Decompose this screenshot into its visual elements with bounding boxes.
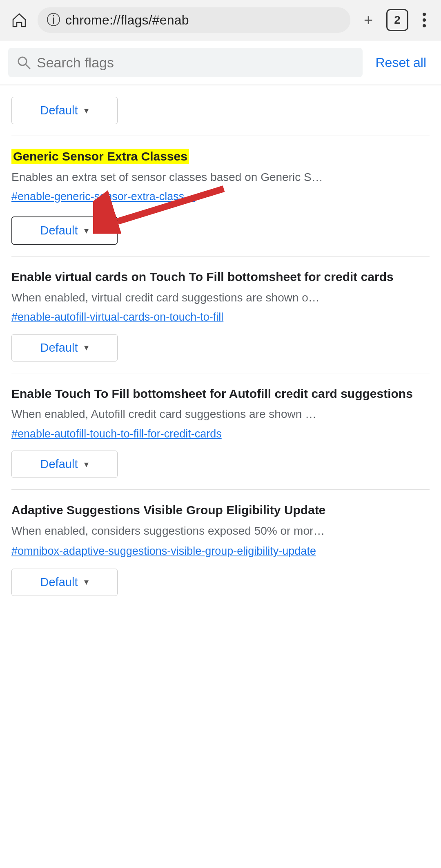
chevron-down-icon: ▾ xyxy=(84,225,89,236)
svg-line-1 xyxy=(26,65,30,69)
dropdown-default-button-adaptive[interactable]: Default ▾ xyxy=(11,569,118,596)
search-input[interactable] xyxy=(37,55,354,71)
more-menu-button[interactable] xyxy=(416,9,433,31)
address-bar[interactable]: ⓘ chrome://flags/#enab xyxy=(38,7,350,33)
browser-bar: ⓘ chrome://flags/#enab + 2 xyxy=(0,0,441,40)
flag-link[interactable]: #enable-autofill-touch-to-fill-for-credi… xyxy=(11,426,222,442)
dropdown-default-button[interactable]: Default ▾ xyxy=(11,97,118,124)
search-icon xyxy=(16,55,31,70)
search-input-wrap xyxy=(8,48,363,77)
chevron-down-icon: ▾ xyxy=(84,105,89,116)
reset-all-button[interactable]: Reset all xyxy=(369,51,433,74)
flag-title: Adaptive Suggestions Visible Group Eligi… xyxy=(11,502,430,519)
search-bar: Reset all xyxy=(0,40,441,85)
flag-description: Enables an extra set of sensor classes b… xyxy=(11,169,430,185)
flags-list: Default ▾ Generic Sensor Extra Classes E… xyxy=(0,85,441,607)
dropdown-default-button-virtual-cards[interactable]: Default ▾ xyxy=(11,334,118,361)
tab-switcher-button[interactable]: 2 xyxy=(386,9,408,31)
flag-item-touch-fill: Enable Touch To Fill bottomsheet for Aut… xyxy=(11,373,430,490)
flag-item-adaptive-suggestions: Adaptive Suggestions Visible Group Eligi… xyxy=(11,490,430,607)
dropdown-default-button-touch-fill[interactable]: Default ▾ xyxy=(11,451,118,478)
chevron-down-icon: ▾ xyxy=(84,459,89,470)
flag-title: Enable Touch To Fill bottomsheet for Aut… xyxy=(11,386,430,402)
dropdown-default-button-generic-sensor[interactable]: Default ▾ xyxy=(11,216,118,245)
flag-item: Default ▾ xyxy=(11,85,430,136)
flag-description: When enabled, Autofill credit card sugge… xyxy=(11,406,430,422)
chevron-down-icon: ▾ xyxy=(84,577,89,587)
chevron-down-icon: ▾ xyxy=(84,342,89,353)
info-icon: ⓘ xyxy=(47,11,60,29)
flag-description: When enabled, considers suggestions expo… xyxy=(11,523,430,539)
flag-link[interactable]: #enable-autofill-virtual-cards-on-touch-… xyxy=(11,310,223,325)
flag-item-generic-sensor: Generic Sensor Extra Classes Enables an … xyxy=(11,136,430,257)
url-text: chrome://flags/#enab xyxy=(65,13,189,28)
home-button[interactable] xyxy=(8,9,30,31)
flag-description: When enabled, virtual credit card sugges… xyxy=(11,290,430,306)
flag-link[interactable]: #enable-generic-sensor-extra-class… xyxy=(11,189,195,205)
flag-title: Generic Sensor Extra Classes xyxy=(11,148,430,165)
new-tab-button[interactable]: + xyxy=(358,9,379,31)
flag-item-virtual-cards: Enable virtual cards on Touch To Fill bo… xyxy=(11,257,430,373)
flag-title: Enable virtual cards on Touch To Fill bo… xyxy=(11,269,430,286)
flag-link[interactable]: #omnibox-adaptive-suggestions-visible-gr… xyxy=(11,543,316,560)
